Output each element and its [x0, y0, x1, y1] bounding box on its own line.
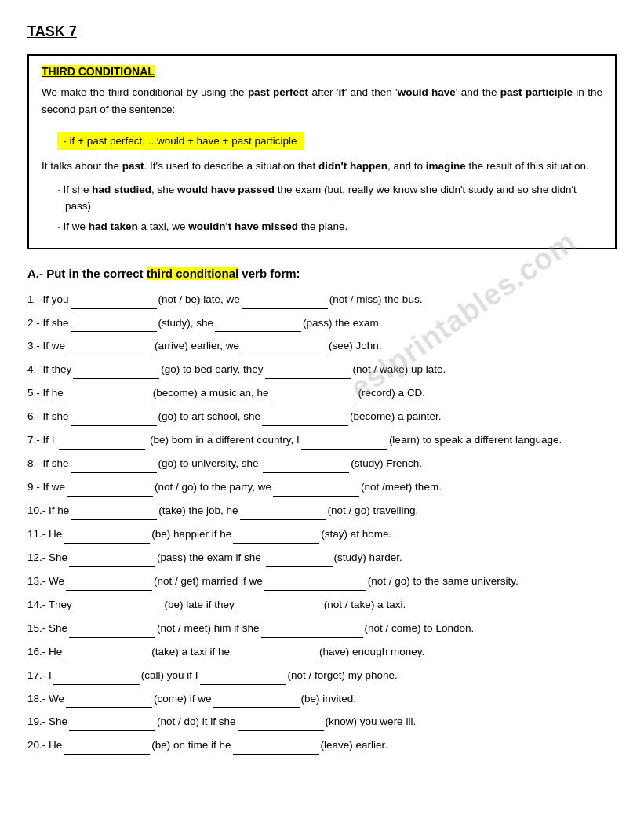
exercise-item-16: 16.- He(take) a taxi if he(have) enough …	[27, 643, 617, 661]
exercise-item-18: 18.- We(come) if we(be) invited.	[27, 690, 617, 708]
blank-4b[interactable]	[265, 366, 351, 379]
blank-8b[interactable]	[263, 461, 349, 473]
section-a-title: A.- Put in the correct third conditional…	[27, 267, 617, 280]
blank-5a[interactable]	[65, 390, 151, 402]
grammar-intro: We make the third conditional by using t…	[42, 84, 602, 118]
blank-20b[interactable]	[233, 742, 319, 755]
blank-20a[interactable]	[64, 742, 150, 755]
blank-6a[interactable]	[71, 413, 157, 426]
example-item: If she had studied, she would have passe…	[57, 181, 602, 215]
blank-18a[interactable]	[66, 695, 152, 708]
exercise-item-2: 2.- If she(study), she(pass) the exam.	[27, 315, 617, 333]
blank-12a[interactable]	[69, 555, 155, 567]
grammar-description: It talks about the past. It's used to de…	[42, 158, 602, 175]
exercise-item-5: 5.- If he(become) a musician, he(record)…	[27, 384, 617, 402]
blank-6b[interactable]	[262, 413, 348, 426]
blank-11a[interactable]	[64, 531, 150, 544]
exercise-item-6: 6.- If she(go) to art school, she(become…	[27, 408, 617, 426]
exercise-item-20: 20.- He(be) on time if he(leave) earlier…	[27, 737, 617, 755]
blank-9a[interactable]	[67, 484, 153, 497]
task-title: TASK 7	[27, 24, 617, 40]
blank-18b[interactable]	[213, 695, 300, 708]
blank-13b[interactable]	[264, 578, 366, 591]
blank-13a[interactable]	[66, 578, 152, 591]
blank-15b[interactable]	[261, 625, 363, 638]
exercise-item-4: 4.- If they(go) to bed early, they(not /…	[27, 361, 617, 379]
blank-10b[interactable]	[240, 508, 326, 520]
blank-15a[interactable]	[69, 625, 155, 638]
blank-19a[interactable]	[69, 719, 155, 731]
exercise-item-14: 14.- They (be) late if they(not / take) …	[27, 596, 617, 614]
exercise-list: 1. -If you(not / be) late, we(not / miss…	[27, 291, 617, 756]
blank-14b[interactable]	[236, 602, 322, 614]
exercise-item-19: 19.- She(not / do) it if she(know) you w…	[27, 713, 617, 731]
formula: · if + past perfect, ...would + have + p…	[57, 132, 304, 150]
exercise-item-17: 17.- I(call) you if I(not / forget) my p…	[27, 667, 617, 685]
exercise-item-3: 3.- If we(arrive) earlier, we(see) John.	[27, 337, 617, 355]
blank-1a[interactable]	[71, 297, 157, 309]
blank-16a[interactable]	[64, 649, 150, 661]
blank-16b[interactable]	[231, 649, 318, 661]
exercise-item-13: 13.- We(not / get) married if we(not / g…	[27, 573, 617, 591]
exercise-item-11: 11.- He(be) happier if he(stay) at home.	[27, 526, 617, 544]
blank-9b[interactable]	[273, 484, 359, 497]
example-list: If she had studied, she would have passe…	[42, 181, 602, 235]
blank-7b[interactable]	[301, 437, 387, 450]
exercise-item-15: 15.- She(not / meet) him if she(not / co…	[27, 620, 617, 638]
blank-10a[interactable]	[71, 508, 157, 520]
exercise-item-7: 7.- If I (be) born in a different countr…	[27, 432, 617, 450]
blank-2a[interactable]	[71, 319, 157, 332]
blank-1b[interactable]	[242, 297, 328, 309]
grammar-box: THIRD CONDITIONAL We make the third cond…	[27, 54, 617, 249]
blank-17a[interactable]	[53, 672, 140, 685]
blank-3a[interactable]	[67, 343, 153, 355]
blank-17b[interactable]	[200, 672, 286, 685]
blank-12b[interactable]	[266, 555, 333, 567]
blank-5b[interactable]	[271, 390, 357, 402]
exercise-item-1: 1. -If you(not / be) late, we(not / miss…	[27, 291, 617, 309]
blank-4a[interactable]	[73, 366, 159, 379]
blank-19b[interactable]	[238, 719, 324, 731]
example-item: If we had taken a taxi, we wouldn't have…	[57, 218, 602, 235]
grammar-box-title: THIRD CONDITIONAL	[42, 65, 155, 78]
exercise-item-8: 8.- If she(go) to university, she (study…	[27, 455, 617, 473]
blank-11b[interactable]	[233, 531, 319, 544]
blank-14a[interactable]	[74, 602, 160, 614]
blank-2b[interactable]	[215, 319, 301, 332]
blank-3b[interactable]	[241, 343, 327, 355]
blank-7a[interactable]	[59, 437, 145, 450]
exercise-item-9: 9.- If we(not / go) to the party, we(not…	[27, 479, 617, 497]
blank-8a[interactable]	[71, 461, 157, 473]
exercise-item-12: 12.- She(pass) the exam if she (study) h…	[27, 549, 617, 567]
exercise-item-10: 10.- If he(take) the job, he(not / go) t…	[27, 502, 617, 520]
